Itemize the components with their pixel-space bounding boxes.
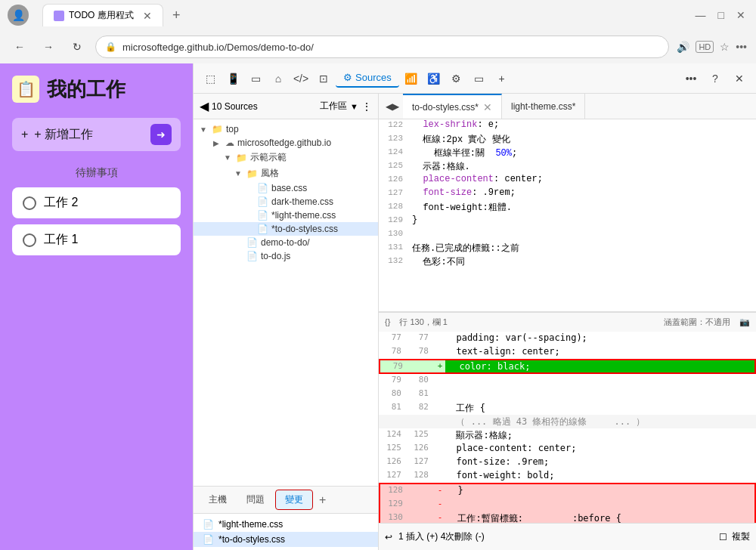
code-line-130: 130	[379, 228, 756, 242]
editor-area: ◀▶ to-do-styles.css* ✕ light-theme.css* …	[379, 94, 756, 550]
todo-header: 📋 我的工作	[12, 76, 181, 103]
editor-tab-light-label: light-theme.css*	[511, 101, 575, 112]
new-tab-button[interactable]: +	[163, 3, 190, 28]
bottom-tab-changes[interactable]: 變更	[275, 490, 313, 510]
browser-tab-active[interactable]: TODO 應用程式 ✕	[42, 4, 163, 26]
hd-icon[interactable]: HD	[696, 41, 714, 53]
tab-title: TODO 應用程式	[69, 9, 134, 22]
change-item-light[interactable]: 📄 *light-theme.css	[194, 517, 378, 532]
todo-checkbox-2[interactable]	[23, 196, 36, 210]
editor-tab-todo-close[interactable]: ✕	[483, 101, 492, 113]
devtools-help-icon[interactable]: ?	[705, 68, 726, 89]
coverage-status: 涵蓋範圍：不適用	[664, 317, 730, 328]
tree-item-dark-css[interactable]: 📄 dark-theme.css	[194, 195, 378, 209]
editor-tab-todo-css[interactable]: to-do-styles.css* ✕	[403, 94, 502, 119]
address-bar: ← → ↻ 🔒 microsoftedge.github.io/Demos/de…	[0, 30, 756, 63]
code-editor-top: 122 lex-shrink: e; 123 框線:2px 實心 變化 124 …	[379, 119, 756, 312]
browser-chrome: 👤 TODO 應用程式 ✕ + — □ ✕ ← → ↻ 🔒 microsofte…	[0, 0, 756, 63]
back-button[interactable]: ←	[9, 36, 30, 57]
devtools-settings-icon[interactable]: ⚙	[446, 68, 467, 89]
add-task-text: + 新增工作	[34, 127, 93, 143]
code-line-127: 127 font-size: .9rem;	[379, 187, 756, 201]
sources-more-icon[interactable]: ⋮	[361, 100, 372, 113]
tree-item-github[interactable]: ▶ ☁ microsoftedge.github.io	[194, 136, 378, 150]
editor-tab-light-css[interactable]: light-theme.css*	[502, 94, 585, 119]
devtools-close-icon[interactable]: ✕	[729, 68, 750, 89]
tree-label-todo-js: to-do.js	[261, 251, 290, 261]
tree-file-demo-icon: 📄	[246, 237, 258, 248]
tree-item-light-css[interactable]: 📄 *light-theme.css	[194, 209, 378, 222]
minimize-icon[interactable]: —	[696, 9, 706, 21]
devtools-toolbar: ⬚ 📱 ▭ ⌂ </> ⊡ ⚙ Sources 📶 ♿ ⚙ ▭ + ••• ? …	[194, 63, 756, 94]
insert-delete-count: 1 插入 (+) 4次刪除 (-)	[398, 530, 485, 543]
favorites-icon[interactable]: ☆	[720, 41, 730, 53]
bottom-tab-host[interactable]: 主機	[200, 490, 236, 509]
tree-file-light-icon: 📄	[257, 210, 268, 221]
diff-line-77: 77 77 padding: var(--spacing);	[379, 332, 756, 345]
devtools-network-icon[interactable]: ⊡	[313, 68, 334, 89]
bottom-tab-add[interactable]: +	[314, 493, 330, 507]
tree-file-dark-icon: 📄	[257, 196, 268, 207]
devtools-device-icon[interactable]: 📱	[222, 68, 243, 89]
tree-item-style[interactable]: ▼ 📁 風格	[194, 165, 378, 181]
tree-label-base-css: base.css	[271, 183, 307, 193]
screenshot-icon[interactable]: 📷	[739, 317, 750, 327]
todo-item-2[interactable]: 工作 2	[12, 187, 181, 218]
tab-favicon	[54, 11, 64, 21]
editor-tab-todo-label: to-do-styles.css*	[412, 102, 479, 113]
diff-line-128-removed: 128 - }	[380, 484, 754, 498]
devtools-inspect-icon[interactable]: ⬚	[200, 68, 221, 89]
devtools-accessibility-icon[interactable]: ♿	[423, 68, 445, 89]
add-task-label: + + 新增工作	[21, 127, 93, 143]
window-controls-left: 👤	[8, 5, 29, 26]
code-line-126: 126 place-content: center;	[379, 174, 756, 187]
url-bar[interactable]: 🔒 microsoftedge.github.io/Demos/demo-to-…	[95, 36, 669, 58]
todo-checkbox-1[interactable]	[23, 233, 36, 247]
editor-panel-icon[interactable]: ◀▶	[382, 96, 403, 117]
devtools-wifi-icon[interactable]: 📶	[401, 68, 422, 89]
bottom-tabs: 主機 問題 變更 +	[194, 487, 378, 514]
tree-item-demo-to-do[interactable]: 📄 demo-to-do/	[194, 236, 378, 249]
tree-item-top[interactable]: ▼ 📁 top	[194, 122, 378, 136]
tree-label-top: top	[226, 124, 239, 134]
tree-item-todo-js[interactable]: 📄 to-do.js	[194, 249, 378, 263]
bottom-tab-issues[interactable]: 問題	[237, 490, 274, 509]
tree-arrow-top: ▼	[200, 125, 209, 134]
devtools-sources-tab[interactable]: ⚙ Sources	[336, 69, 399, 88]
editor-statusbar: {} 行 130，欄 1 涵蓋範圍：不適用 📷	[379, 312, 756, 332]
diff-line-130-removed: 130 - 工作:暫留標籤: :before {	[380, 511, 754, 524]
diff-line-127: 127 128 font-weight: bold;	[379, 469, 756, 483]
tree-item-demos[interactable]: ▼ 📁 示範示範	[194, 150, 378, 165]
change-label-todo: *to-do-styles.css	[218, 534, 285, 545]
code-line-122: 122 lex-shrink: e;	[379, 119, 756, 133]
more-icon[interactable]: •••	[736, 41, 747, 53]
revert-icon[interactable]: ↩	[385, 532, 392, 542]
devtools-panel-icon[interactable]: ▭	[245, 68, 266, 89]
todo-item-1[interactable]: 工作 1	[12, 224, 181, 255]
code-line-131: 131 任務.已完成的標籤::之前	[379, 242, 756, 255]
change-item-todo[interactable]: 📄 *to-do-styles.css	[194, 532, 378, 547]
sources-panel-body: ◀ 10 Sources 工作區 ▼ ⋮ ▼ 📁 top	[194, 94, 756, 550]
tab-close-button[interactable]: ✕	[143, 10, 152, 22]
devtools-add-icon[interactable]: +	[491, 68, 513, 89]
tree-item-base-css[interactable]: 📄 base.css	[194, 181, 378, 195]
maximize-icon[interactable]: □	[718, 9, 724, 21]
tree-item-todo-css[interactable]: 📄 *to-do-styles.css	[194, 222, 378, 236]
code-line-123: 123 框線:2px 實心 變化	[379, 133, 756, 147]
tree-cloud-icon: ☁	[225, 138, 234, 148]
sources-workspace-label: 工作區	[320, 100, 347, 113]
close-icon[interactable]: ✕	[736, 9, 745, 21]
refresh-button[interactable]: ↻	[67, 36, 88, 57]
editor-bottom-bar: ↩ 1 插入 (+) 4次刪除 (-) ☐ 複製	[379, 523, 756, 550]
read-aloud-icon[interactable]: 🔊	[677, 41, 689, 53]
devtools-storage-icon[interactable]: ▭	[469, 68, 490, 89]
devtools-home-icon[interactable]: ⌂	[268, 68, 289, 89]
add-arrow-icon: ➜	[150, 124, 172, 145]
add-task-button[interactable]: + + 新增工作 ➜	[12, 118, 181, 151]
devtools-code-icon[interactable]: </>	[290, 68, 311, 89]
forward-button[interactable]: →	[38, 36, 59, 57]
sources-dropdown-icon[interactable]: ▼	[350, 102, 358, 111]
devtools-more-icon[interactable]: •••	[680, 68, 702, 89]
tree-file-todo-icon: 📄	[257, 224, 268, 234]
code-line-125: 125 示器:格線.	[379, 160, 756, 174]
